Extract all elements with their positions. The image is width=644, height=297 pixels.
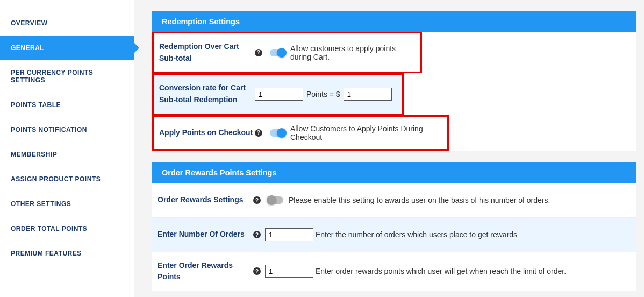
sidebar-item-membership[interactable]: MEMBERSHIP bbox=[0, 142, 134, 167]
label-redemption-over-cart: Redemption Over Cart Sub-total bbox=[159, 41, 255, 64]
sidebar-item-other[interactable]: OTHER SETTINGS bbox=[0, 192, 134, 216]
desc-apply-checkout: Allow Customers to Apply Points During C… bbox=[290, 124, 442, 142]
row-redemption-over-cart: Redemption Over Cart Sub-total ? Allow c… bbox=[152, 32, 422, 73]
row-num-orders: Enter Number Of Orders ? Enter the numbe… bbox=[152, 217, 636, 252]
row-reward-points: Enter Order Rewards Points ? Enter order… bbox=[152, 252, 636, 291]
panel-redemption-settings: Redemption Settings Redemption Over Cart… bbox=[152, 11, 636, 151]
toggle-apply-checkout[interactable] bbox=[270, 129, 285, 137]
sidebar-item-points-notification[interactable]: POINTS NOTIFICATION bbox=[0, 117, 134, 142]
input-conversion-dollars[interactable] bbox=[344, 88, 392, 101]
panel-order-rewards: Order Rewards Points Settings Order Rewa… bbox=[152, 162, 636, 291]
row-conversion-rate: Conversion rate for Cart Sub-total Redem… bbox=[152, 73, 404, 115]
desc-order-rewards-enable: Please enable this setting to awards use… bbox=[289, 196, 550, 204]
sidebar-item-assign-product[interactable]: ASSIGN PRODUCT POINTS bbox=[0, 167, 134, 192]
toggle-order-rewards-enable[interactable] bbox=[268, 196, 283, 204]
label-order-rewards-enable: Order Rewards Settings bbox=[158, 194, 253, 206]
row-apply-checkout: Apply Points on Checkout ? Allow Custome… bbox=[152, 115, 449, 151]
help-icon[interactable]: ? bbox=[255, 49, 262, 56]
help-icon[interactable]: ? bbox=[253, 196, 261, 204]
sidebar: OVERVIEW GENERAL PER CURRENCY POINTS SET… bbox=[0, 0, 134, 297]
main-content: Redemption Settings Redemption Over Cart… bbox=[134, 0, 644, 297]
input-conversion-points[interactable] bbox=[255, 88, 303, 101]
help-icon[interactable]: ? bbox=[253, 231, 261, 238]
input-reward-points[interactable] bbox=[265, 265, 313, 278]
label-num-orders: Enter Number Of Orders bbox=[158, 229, 253, 241]
sidebar-item-general[interactable]: GENERAL bbox=[0, 36, 134, 60]
label-conversion-middle: Points = $ bbox=[306, 90, 340, 98]
panel-header-order-rewards: Order Rewards Points Settings bbox=[152, 162, 636, 183]
label-apply-checkout: Apply Points on Checkout bbox=[159, 127, 255, 139]
sidebar-item-points-table[interactable]: POINTS TABLE bbox=[0, 93, 134, 117]
row-order-rewards-enable: Order Rewards Settings ? Please enable t… bbox=[152, 183, 636, 217]
input-num-orders[interactable] bbox=[265, 228, 313, 241]
desc-reward-points: Enter order rewards points which user wi… bbox=[316, 267, 566, 275]
panel-header-redemption: Redemption Settings bbox=[152, 11, 636, 32]
sidebar-item-order-total[interactable]: ORDER TOTAL POINTS bbox=[0, 216, 134, 241]
help-icon[interactable]: ? bbox=[255, 129, 262, 137]
sidebar-item-per-currency[interactable]: PER CURRENCY POINTS SETTINGS bbox=[0, 60, 134, 93]
desc-redemption-over-cart: Allow customers to apply points during C… bbox=[290, 44, 415, 61]
label-reward-points: Enter Order Rewards Points bbox=[158, 260, 253, 283]
help-icon[interactable]: ? bbox=[253, 267, 261, 275]
toggle-redemption-over-cart[interactable] bbox=[270, 49, 285, 56]
label-conversion-rate: Conversion rate for Cart Sub-total Redem… bbox=[159, 82, 255, 105]
sidebar-item-overview[interactable]: OVERVIEW bbox=[0, 11, 134, 36]
desc-num-orders: Enter the number of orders which users p… bbox=[316, 230, 517, 239]
sidebar-item-premium[interactable]: PREMIUM FEATURES bbox=[0, 241, 134, 266]
